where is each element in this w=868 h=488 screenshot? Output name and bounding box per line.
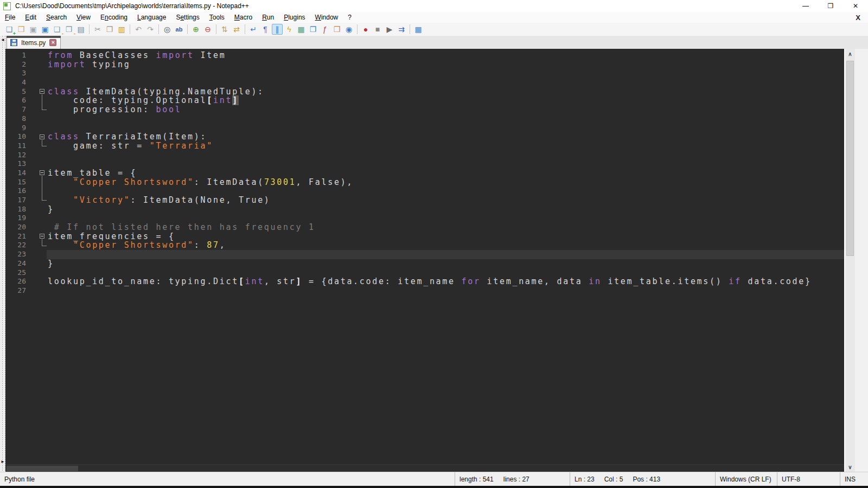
code-line-4[interactable]: 4 [5,78,844,87]
restore-button[interactable]: ❐ [818,0,843,12]
line-number[interactable]: 11 [5,142,29,151]
monitoring-button[interactable]: ◉ [343,24,354,35]
code-line-25[interactable]: 25 [5,268,844,278]
code-line-6[interactable]: 6 code: typing.Optional[int] [5,96,844,105]
minimize-button[interactable]: — [793,0,818,12]
folder-as-workspace-button[interactable]: ❒ [331,24,342,35]
scroll-down-icon[interactable]: ∨ [845,462,855,472]
code-line-9[interactable]: 9 [5,124,844,133]
fold-minus-box[interactable] [40,234,44,239]
status-insert-mode[interactable]: INS [840,472,868,486]
line-number[interactable]: 27 [5,286,29,296]
function-list-button[interactable]: ƒ [320,24,330,35]
line-number[interactable]: 17 [5,196,29,205]
code-line-26[interactable]: 26lookup_id_to_name: typing.Dict[int, st… [5,277,844,286]
user-language-button[interactable]: ϟ [284,24,295,35]
code-line-11[interactable]: 11 game: str = "Terraria" [5,142,844,151]
code-line-22[interactable]: 22 "Copper Shortsword": 87, [5,241,844,250]
code-line-2[interactable]: 2import typing [5,60,844,69]
line-number[interactable]: 6 [5,96,29,105]
line-number[interactable]: 3 [5,69,29,78]
save-all-button[interactable]: ▣ [40,24,50,35]
dock-arrow-right-icon[interactable]: ► [1,460,5,464]
print-button[interactable]: ▤ [75,24,86,35]
horizontal-scrollbar-thumb[interactable] [7,466,78,471]
line-number[interactable]: 5 [5,87,29,97]
line-number[interactable]: 2 [5,60,29,69]
macro-stop-button[interactable]: ■ [372,24,383,35]
macro-record-button[interactable]: ● [360,24,371,35]
sync-vertical-scroll-button[interactable]: ⇅ [219,24,230,35]
status-eol-format[interactable]: Windows (CR LF) [715,472,777,486]
line-number[interactable]: 7 [5,105,29,114]
code-line-8[interactable]: 8 [5,114,844,124]
line-number[interactable]: 1 [5,51,29,60]
menu-file[interactable]: File [0,12,20,23]
line-number[interactable]: 20 [5,223,29,232]
indent-guide-button[interactable]: ∥ [272,24,283,35]
copy-button[interactable]: ❐ [104,24,115,35]
zoom-in-button[interactable]: ⊕ [190,24,201,35]
macro-play-button[interactable]: ▶ [384,24,395,35]
find-button[interactable]: ◎ [162,24,173,35]
line-number[interactable]: 10 [5,132,29,142]
line-number[interactable]: 8 [5,114,29,124]
new-file-button[interactable]: ❏+ [4,24,15,35]
document-map-button[interactable]: ▦ [296,24,307,35]
code-line-17[interactable]: 17 "Victory": ItemData(None, True) [5,196,844,205]
code-line-14[interactable]: 14item_table = { [5,169,844,178]
scroll-up-icon[interactable]: ∧ [845,49,855,59]
open-file-button[interactable]: ❒ [16,24,27,35]
vertical-scrollbar-thumb[interactable] [846,61,854,256]
code-line-21[interactable]: 21item_frequencies = { [5,232,844,241]
code-line-27[interactable]: 27 [5,286,844,296]
menu-macro[interactable]: Macro [229,12,257,23]
line-number[interactable]: 12 [5,151,29,160]
code-line-3[interactable]: 3 [5,69,844,78]
close-all-button[interactable]: ❐- [63,24,74,35]
menu-encoding[interactable]: Encoding [95,12,132,23]
line-number[interactable]: 9 [5,124,29,133]
line-number[interactable]: 14 [5,169,29,178]
word-wrap-button[interactable]: ↵ [248,24,259,35]
fold-collapse-icon[interactable] [29,169,47,178]
document-list-button[interactable]: ❐ [308,24,318,35]
code-line-19[interactable]: 19 [5,214,844,223]
left-dock-strip[interactable]: ◄ ► [0,36,5,472]
status-cursor-position[interactable]: Ln : 23 Col : 5 Pos : 413 [570,472,715,486]
menu-run[interactable]: Run [257,12,279,23]
code-line-7[interactable]: 7 progression: bool [5,105,844,114]
line-number[interactable]: 16 [5,187,29,196]
line-number[interactable]: 13 [5,159,29,169]
line-number[interactable]: 24 [5,259,29,268]
line-number[interactable]: 21 [5,232,29,241]
line-number[interactable]: 4 [5,78,29,87]
line-number[interactable]: 19 [5,214,29,223]
code-line-10[interactable]: 10class TerrariaItem(Item): [5,132,844,142]
menu-settings[interactable]: Settings [171,12,204,23]
code-line-23[interactable]: 23 [5,250,844,259]
fold-collapse-icon[interactable] [29,132,47,142]
line-number[interactable]: 25 [5,268,29,278]
code-line-5[interactable]: 5class ItemData(typing.NamedTuple): [5,87,844,97]
paste-button[interactable]: ▥ [116,24,127,35]
undo-button[interactable]: ↶ [133,24,144,35]
code-line-20[interactable]: 20 # If not listed here then has frequen… [5,223,844,232]
status-length-lines[interactable]: length : 541 lines : 27 [455,472,570,486]
code-line-13[interactable]: 13 [5,159,844,169]
fold-minus-box[interactable] [40,170,44,175]
menu-edit[interactable]: Edit [20,12,41,23]
line-number[interactable]: 26 [5,277,29,286]
fold-minus-box[interactable] [40,134,44,139]
menu-language[interactable]: Language [132,12,171,23]
menu-help[interactable]: ? [343,12,356,23]
tab-items-py[interactable]: Items.py ✕ [7,36,61,49]
show-all-characters-button[interactable]: ¶ [260,24,271,35]
zoom-out-button[interactable]: ⊖ [202,24,213,35]
redo-button[interactable]: ↷ [145,24,156,35]
menu-view[interactable]: View [72,12,95,23]
fold-minus-box[interactable] [40,89,44,94]
sync-horizontal-scroll-button[interactable]: ⇄ [231,24,242,35]
replace-button[interactable]: ab [174,24,184,35]
cut-button[interactable]: ✂ [92,24,103,35]
